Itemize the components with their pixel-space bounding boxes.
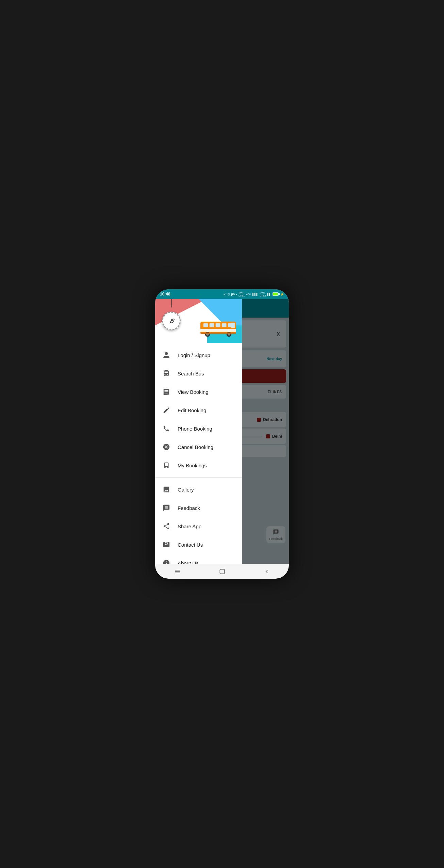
- status-bar: 10:48 ✓ ⊙ jio • Vo))LTE1 4G↕ ▌▌▌ Vo))LTE…: [155, 289, 289, 299]
- menu-label-feedback: Feedback: [178, 505, 200, 511]
- menu-list: Login / Signup Search Bus: [155, 343, 242, 564]
- bottom-nav: [155, 564, 289, 579]
- info-icon: [162, 559, 171, 564]
- svg-rect-5: [210, 323, 214, 327]
- status-time: 10:48: [160, 292, 170, 296]
- bus-image: [198, 316, 239, 340]
- menu-item-contact-us[interactable]: Contact Us: [155, 535, 242, 554]
- nav-home-button[interactable]: [215, 565, 229, 578]
- menu-label-my-bookings: My Bookings: [178, 463, 207, 468]
- svg-rect-14: [200, 333, 236, 334]
- bus-icon: [162, 369, 171, 378]
- logo-circle: 𝓑: [162, 312, 181, 331]
- feedback-icon: [162, 503, 171, 512]
- hamburger-icon: [174, 568, 181, 575]
- menu-item-cancel-booking[interactable]: Cancel Booking: [155, 438, 242, 456]
- menu-item-search-bus[interactable]: Search Bus: [155, 364, 242, 383]
- nav-back-button[interactable]: [260, 565, 274, 578]
- menu-label-view-booking: View Booking: [178, 389, 209, 395]
- navigation-drawer: 𝓑 Login / Signup: [155, 299, 242, 564]
- phone-inner: 10:48 ✓ ⊙ jio • Vo))LTE1 4G↕ ▌▌▌ Vo))LTE…: [155, 289, 289, 579]
- status-icons: ✓ ⊙ jio • Vo))LTE1 4G↕ ▌▌▌ Vo))LTE2 ▌▌ ⚡: [223, 291, 284, 297]
- svg-rect-9: [231, 323, 235, 328]
- menu-item-login[interactable]: Login / Signup: [155, 346, 242, 364]
- battery-level: [273, 293, 278, 295]
- gallery-icon: [162, 485, 171, 494]
- bookmark-icon: [162, 461, 171, 470]
- menu-item-share-app[interactable]: Share App: [155, 517, 242, 535]
- menu-label-edit-booking: Edit Booking: [178, 407, 206, 413]
- svg-rect-6: [216, 323, 220, 327]
- svg-rect-7: [222, 323, 226, 327]
- menu-label-contact-us: Contact Us: [178, 542, 203, 548]
- jio-label: jio: [231, 292, 235, 296]
- menu-label-search-bus: Search Bus: [178, 371, 204, 376]
- menu-label-share-app: Share App: [178, 524, 201, 529]
- svg-rect-4: [203, 323, 208, 327]
- menu-label-login: Login / Signup: [178, 352, 210, 358]
- menu-item-feedback[interactable]: Feedback: [155, 499, 242, 517]
- drawer-header: 𝓑: [155, 299, 242, 343]
- home-icon: [219, 568, 226, 575]
- menu-label-gallery: Gallery: [178, 487, 194, 493]
- network-info2: Vo))LTE2: [260, 291, 266, 297]
- receipt-icon: [162, 387, 171, 396]
- signal-4g: 4G↕: [246, 293, 251, 296]
- menu-item-about-us[interactable]: About Us: [155, 554, 242, 564]
- person-icon: [162, 351, 171, 359]
- check-icon: ✓: [223, 292, 226, 296]
- network-info: Vo))LTE1: [239, 291, 245, 297]
- svg-rect-3: [200, 329, 236, 332]
- battery-icon: [273, 292, 279, 296]
- phone-icon: [162, 424, 171, 433]
- phone-frame: 10:48 ✓ ⊙ jio • Vo))LTE1 4G↕ ▌▌▌ Vo))LTE…: [155, 289, 289, 579]
- nav-menu-button[interactable]: [171, 565, 184, 578]
- screen: Next day S ELINES hes Dehradun Delhi: [155, 299, 289, 564]
- back-icon: [263, 568, 270, 575]
- signal-bars1: ▌▌▌: [252, 293, 258, 296]
- menu-item-my-bookings[interactable]: My Bookings: [155, 456, 242, 475]
- cancel-icon: [162, 443, 171, 451]
- menu-item-gallery[interactable]: Gallery: [155, 480, 242, 499]
- nav-icon: ⊙: [227, 292, 230, 296]
- menu-label-about-us: About Us: [178, 560, 199, 564]
- signal-bars2: ▌▌: [267, 293, 271, 296]
- dot-indicator: •: [236, 293, 237, 296]
- contact-icon: [162, 540, 171, 549]
- charging-icon: ⚡: [280, 292, 284, 296]
- logo-string: [171, 299, 172, 307]
- edit-icon: [162, 406, 171, 415]
- menu-label-phone-booking: Phone Booking: [178, 426, 212, 432]
- logo-text: 𝓑: [169, 318, 174, 325]
- menu-item-view-booking[interactable]: View Booking: [155, 383, 242, 401]
- menu-item-phone-booking[interactable]: Phone Booking: [155, 419, 242, 438]
- share-icon: [162, 522, 171, 531]
- menu-item-edit-booking[interactable]: Edit Booking: [155, 401, 242, 419]
- menu-label-cancel-booking: Cancel Booking: [178, 444, 213, 450]
- menu-section-divider: [155, 477, 242, 478]
- svg-rect-15: [220, 569, 224, 574]
